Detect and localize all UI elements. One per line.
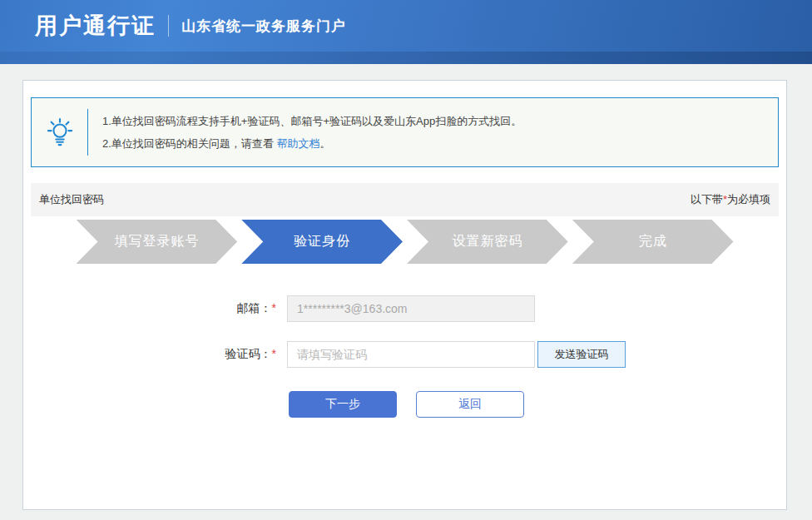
required-hint-suffix: 为必填项 — [727, 193, 770, 206]
email-required-star: * — [272, 301, 276, 314]
section-bar: 单位找回密码 以下带*为必填项 — [31, 183, 779, 216]
notice-box: 1.单位找回密码流程支持手机+验证码、邮箱号+验证码以及爱山东App扫脸的方式找… — [31, 97, 779, 167]
help-doc-link[interactable]: 帮助文档 — [276, 137, 319, 150]
email-input — [287, 295, 535, 322]
email-label-text: 邮箱： — [237, 301, 272, 314]
email-label: 邮箱：* — [31, 301, 276, 316]
page-header: 用户通行证 山东省统一政务服务门户 — [0, 0, 812, 64]
required-hint-prefix: 以下带 — [691, 193, 723, 206]
brand-divider — [168, 15, 169, 37]
step-fill-account: 填写登录账号 — [77, 220, 238, 264]
notice-line-1: 1.单位找回密码流程支持手机+验证码、邮箱号+验证码以及爱山东App扫脸的方式找… — [102, 110, 522, 132]
notice-line-2-text: 2.单位找回密码的相关问题，请查看 — [102, 137, 276, 150]
verify-form: 邮箱：* 验证码：* 发送验证码 下一步 返回 — [31, 295, 779, 418]
lightbulb-icon — [32, 116, 87, 148]
email-row: 邮箱：* — [31, 295, 779, 322]
code-input[interactable] — [287, 341, 535, 368]
send-code-button[interactable]: 发送验证码 — [537, 341, 626, 368]
main-panel: 1.单位找回密码流程支持手机+验证码、邮箱号+验证码以及爱山东App扫脸的方式找… — [22, 80, 787, 510]
portal-title: 山东省统一政务服务门户 — [181, 17, 346, 36]
required-hint: 以下带*为必填项 — [691, 192, 770, 207]
code-label-text: 验证码： — [225, 347, 272, 360]
code-required-star: * — [272, 347, 276, 360]
step-verify-identity: 验证身份 — [241, 220, 403, 264]
step-set-new-password: 设置新密码 — [407, 220, 568, 264]
notice-line-2: 2.单位找回密码的相关问题，请查看 帮助文档。 — [102, 132, 522, 155]
form-actions: 下一步 返回 — [289, 391, 779, 418]
step-wizard: 填写登录账号 验证身份 设置新密码 完成 — [77, 220, 734, 264]
section-title: 单位找回密码 — [39, 192, 104, 207]
back-button[interactable]: 返回 — [416, 391, 524, 418]
brand-title: 用户通行证 — [35, 11, 156, 41]
header-bottom-band — [0, 52, 812, 64]
notice-line-2-suffix: 。 — [319, 137, 330, 150]
code-label: 验证码：* — [31, 347, 276, 362]
step-finish: 完成 — [572, 220, 734, 264]
code-row: 验证码：* 发送验证码 — [31, 341, 779, 368]
next-step-button[interactable]: 下一步 — [289, 391, 397, 418]
